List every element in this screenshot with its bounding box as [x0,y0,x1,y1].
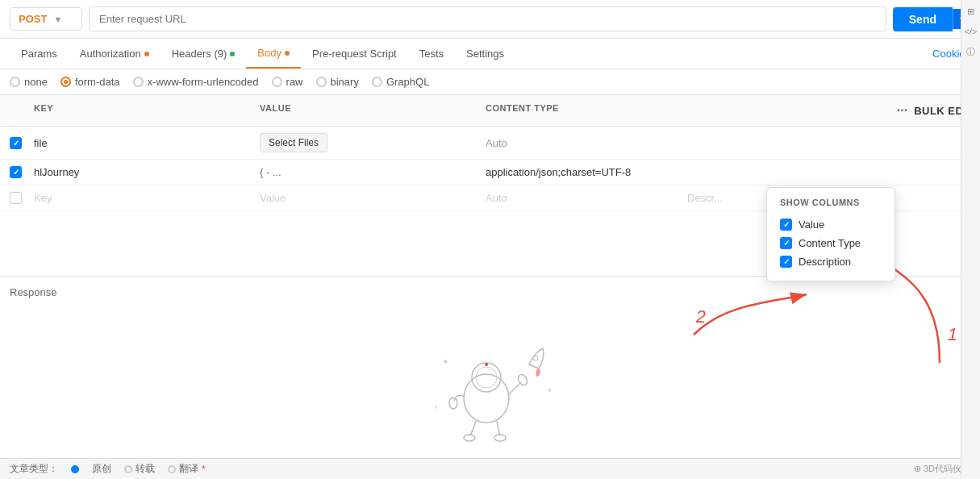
tab-settings[interactable]: Settings [455,40,515,68]
row3-checkbox[interactable] [10,192,22,204]
radio-raw[interactable]: raw [272,76,303,88]
translate-label: 翻译 [179,462,198,476]
row3-checkbox-cell [0,185,24,210]
tab-pre-request-label: Pre-request Script [312,48,397,60]
translate-radio[interactable]: 翻译 * [168,462,206,476]
radio-form-data[interactable]: form-data [60,76,120,88]
repost-circle [124,465,132,473]
radio-graphql-label: GraphQL [386,76,429,88]
body-type-tabs: none form-data x-www-form-urlencoded raw… [0,69,980,95]
dropdown-content-type-checkbox[interactable] [780,237,792,249]
tab-tests[interactable]: Tests [408,40,455,68]
radio-raw-label: raw [286,76,303,88]
radio-urlencoded-circle [133,77,144,87]
tab-tests-label: Tests [419,48,444,60]
response-label: Response [10,286,57,298]
top-bar: POST ▼ Send ▾ [0,0,980,39]
row2-checkbox[interactable] [10,166,22,178]
th-key: KEY [24,100,250,121]
repost-label: 转载 [136,462,155,476]
radio-graphql[interactable]: GraphQL [372,76,429,88]
original-radio[interactable]: 原创 [92,462,111,476]
tab-authorization[interactable]: Authorization [69,40,161,68]
side-panel: ⊞ </> ⓘ [961,0,980,479]
tab-body[interactable]: Body [246,39,301,69]
row2-value: { - ... [250,160,476,185]
dropdown-value-checkbox[interactable] [780,219,792,231]
tab-headers-label: Headers (9) [172,48,227,60]
row1-description [678,136,980,149]
body-dot [285,51,290,56]
url-input[interactable] [89,6,886,31]
columns-menu-button[interactable]: ··· [897,103,907,118]
radio-none-label: none [24,76,48,88]
tab-pre-request[interactable]: Pre-request Script [301,40,408,68]
side-icon-2[interactable]: </> [965,27,978,36]
row1-content-type: Auto [476,131,678,156]
svg-point-10 [485,363,488,366]
table-row: hlJourney { - ... application/json;chars… [0,160,980,185]
row3-value[interactable]: Value [250,185,476,210]
tab-params[interactable]: Params [10,40,69,68]
send-button[interactable]: Send [893,7,953,31]
side-icon-1[interactable]: ⊞ [967,6,974,17]
radio-binary-label: binary [331,76,359,88]
request-tabs: Params Authorization Headers (9) Body Pr… [0,39,980,69]
radio-form-data-label: form-data [75,76,120,88]
row2-key: hlJourney [24,160,250,185]
response-area: Response ▾ [0,276,980,479]
tab-body-label: Body [257,47,281,59]
bottom-bar: 文章类型： 原创 转载 翻译 * ⊕ 3D代码伙伴 [0,458,980,479]
radio-urlencoded[interactable]: x-www-form-urlencoded [133,76,259,88]
table-row: file Select Files Auto [0,127,980,160]
method-chevron: ▼ [53,15,62,24]
row1-checkbox[interactable] [10,137,22,149]
row3-content-type: Auto [476,185,678,210]
radio-raw-circle [272,77,282,87]
dropdown-item-content-type[interactable]: Content Type [780,234,882,252]
astronaut-illustration: ✦ ✦ ★ [426,340,555,445]
send-btn-group: Send ▾ [893,7,970,31]
row3-key[interactable]: Key [24,185,250,210]
radio-none[interactable]: none [10,76,48,88]
row1-checkbox-cell [0,131,24,156]
table-header: KEY VALUE CONTENT TYPE ··· Bulk Edit [0,95,980,127]
svg-point-2 [464,374,509,423]
dropdown-item-value[interactable]: Value [780,215,882,234]
radio-none-circle [10,77,20,87]
row2-description [678,166,980,179]
article-type-label: 文章类型： [10,462,58,476]
row2-checkbox-cell [0,160,24,185]
svg-point-5 [449,398,457,409]
side-icon-3[interactable]: ⓘ [966,46,975,58]
headers-dot [230,52,235,56]
method-select[interactable]: POST ▼ [10,7,82,31]
repost-radio[interactable]: 转载 [124,462,155,476]
translate-circle [168,465,176,473]
select-files-button[interactable]: Select Files [260,133,327,152]
radio-binary[interactable]: binary [316,76,359,88]
tab-headers[interactable]: Headers (9) [161,40,247,68]
svg-point-9 [533,356,538,360]
dropdown-value-label: Value [799,219,824,231]
svg-text:✦: ✦ [442,357,448,366]
columns-dropdown: SHOW COLUMNS Value Content Type Descript… [766,187,895,281]
dropdown-content-type-label: Content Type [799,237,861,249]
tab-authorization-label: Authorization [80,48,141,60]
dropdown-description-checkbox[interactable] [780,256,792,268]
svg-point-4 [476,367,497,388]
th-value: VALUE [250,100,476,121]
tab-params-label: Params [21,48,57,60]
radio-urlencoded-label: x-www-form-urlencoded [148,76,259,88]
original-label: 原创 [92,462,111,476]
empty-state: ✦ ✦ ★ Enter the URL and click Send to ge… [0,308,980,479]
translate-required: * [202,464,206,475]
label-2: 2 [696,306,706,327]
row1-key: file [24,131,250,156]
row2-content-type: application/json;charset=UTF-8 [476,160,678,185]
th-actions: ··· Bulk Edit [678,100,980,121]
dropdown-title: SHOW COLUMNS [780,198,882,207]
tab-settings-label: Settings [466,48,504,60]
dropdown-item-description[interactable]: Description [780,252,882,271]
radio-graphql-circle [372,77,382,87]
